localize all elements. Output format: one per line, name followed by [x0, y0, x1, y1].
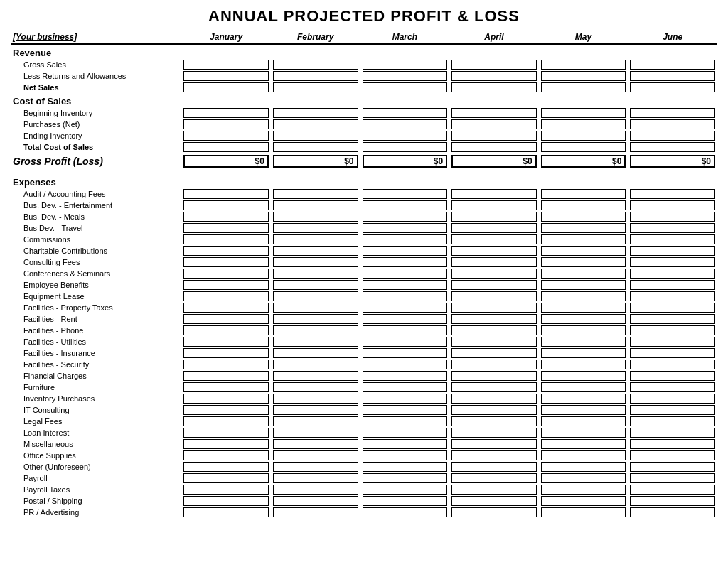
fac-ins-may[interactable]	[541, 348, 626, 358]
payroll-jan[interactable]	[183, 473, 269, 483]
furniture-jan[interactable]	[183, 382, 269, 392]
bus-ent-mar[interactable]	[363, 200, 448, 210]
total-cos-jun[interactable]	[630, 142, 715, 152]
conferences-apr[interactable]	[451, 269, 537, 279]
total-cos-may[interactable]	[541, 142, 626, 152]
commissions-jun[interactable]	[630, 234, 715, 244]
returns-may[interactable]	[541, 71, 626, 81]
loan-mar[interactable]	[363, 428, 448, 438]
net-sales-feb[interactable]	[273, 82, 358, 92]
financial-may[interactable]	[541, 371, 626, 381]
financial-mar[interactable]	[363, 371, 448, 381]
it-feb[interactable]	[273, 405, 358, 415]
equipment-may[interactable]	[541, 291, 626, 301]
beg-inv-jan[interactable]	[183, 108, 269, 118]
gross-sales-feb[interactable]	[273, 60, 358, 70]
legal-apr[interactable]	[451, 416, 537, 426]
inv-purch-feb[interactable]	[273, 394, 358, 404]
commissions-apr[interactable]	[451, 234, 537, 244]
returns-feb[interactable]	[273, 71, 358, 81]
postal-feb[interactable]	[273, 496, 358, 506]
gp-apr[interactable]: $0	[451, 155, 537, 168]
purchases-apr[interactable]	[451, 119, 537, 129]
fac-prop-mar[interactable]	[363, 303, 448, 313]
commissions-jan[interactable]	[183, 234, 269, 244]
beg-inv-mar[interactable]	[363, 108, 448, 118]
consulting-jun[interactable]	[630, 257, 715, 267]
consulting-feb[interactable]	[273, 257, 358, 267]
total-cos-mar[interactable]	[363, 142, 448, 152]
pr-jun[interactable]	[630, 507, 715, 517]
pr-mar[interactable]	[363, 507, 448, 517]
equipment-jan[interactable]	[183, 291, 269, 301]
emp-benefits-jan[interactable]	[183, 280, 269, 290]
office-jun[interactable]	[630, 450, 715, 460]
fac-util-feb[interactable]	[273, 337, 358, 347]
charitable-jun[interactable]	[630, 246, 715, 256]
bus-ent-apr[interactable]	[451, 200, 537, 210]
emp-benefits-may[interactable]	[541, 280, 626, 290]
fac-phone-jun[interactable]	[630, 325, 715, 335]
fac-util-jan[interactable]	[183, 337, 269, 347]
payroll-apr[interactable]	[451, 473, 537, 483]
purchases-feb[interactable]	[273, 119, 358, 129]
bus-meals-may[interactable]	[541, 212, 626, 222]
fac-rent-may[interactable]	[541, 314, 626, 324]
payroll-tax-feb[interactable]	[273, 485, 358, 495]
audit-jan[interactable]	[183, 189, 269, 199]
fac-ins-feb[interactable]	[273, 348, 358, 358]
legal-feb[interactable]	[273, 416, 358, 426]
legal-may[interactable]	[541, 416, 626, 426]
inv-purch-may[interactable]	[541, 394, 626, 404]
fac-ins-apr[interactable]	[451, 348, 537, 358]
misc-jan[interactable]	[183, 439, 269, 449]
conferences-may[interactable]	[541, 269, 626, 279]
office-feb[interactable]	[273, 450, 358, 460]
pr-feb[interactable]	[273, 507, 358, 517]
legal-jan[interactable]	[183, 416, 269, 426]
end-inv-may[interactable]	[541, 131, 626, 141]
bus-ent-jun[interactable]	[630, 200, 715, 210]
it-jun[interactable]	[630, 405, 715, 415]
financial-apr[interactable]	[451, 371, 537, 381]
gp-mar[interactable]: $0	[363, 155, 448, 168]
furniture-mar[interactable]	[363, 382, 448, 392]
fac-util-may[interactable]	[541, 337, 626, 347]
fac-util-apr[interactable]	[451, 337, 537, 347]
fac-sec-jan[interactable]	[183, 360, 269, 369]
conferences-jun[interactable]	[630, 269, 715, 279]
payroll-tax-jan[interactable]	[183, 485, 269, 495]
bus-travel-mar[interactable]	[363, 223, 448, 233]
office-jan[interactable]	[183, 450, 269, 460]
fac-prop-jun[interactable]	[630, 303, 715, 313]
audit-mar[interactable]	[363, 189, 448, 199]
net-sales-mar[interactable]	[363, 82, 448, 92]
fac-rent-jun[interactable]	[630, 314, 715, 324]
pr-may[interactable]	[541, 507, 626, 517]
pr-apr[interactable]	[451, 507, 537, 517]
legal-mar[interactable]	[363, 416, 448, 426]
purchases-may[interactable]	[541, 119, 626, 129]
charitable-may[interactable]	[541, 246, 626, 256]
consulting-mar[interactable]	[363, 257, 448, 267]
bus-meals-jan[interactable]	[183, 212, 269, 222]
payroll-jun[interactable]	[630, 473, 715, 483]
postal-apr[interactable]	[451, 496, 537, 506]
gp-may[interactable]: $0	[541, 155, 626, 168]
audit-apr[interactable]	[451, 189, 537, 199]
financial-jun[interactable]	[630, 371, 715, 381]
gross-sales-jun[interactable]	[630, 60, 715, 70]
postal-mar[interactable]	[363, 496, 448, 506]
bus-travel-may[interactable]	[541, 223, 626, 233]
postal-jun[interactable]	[630, 496, 715, 506]
fac-util-jun[interactable]	[630, 337, 715, 347]
misc-apr[interactable]	[451, 439, 537, 449]
financial-feb[interactable]	[273, 371, 358, 381]
fac-prop-apr[interactable]	[451, 303, 537, 313]
payroll-tax-apr[interactable]	[451, 485, 537, 495]
fac-util-mar[interactable]	[363, 337, 448, 347]
conferences-jan[interactable]	[183, 269, 269, 279]
equipment-mar[interactable]	[363, 291, 448, 301]
emp-benefits-feb[interactable]	[273, 280, 358, 290]
returns-apr[interactable]	[451, 71, 537, 81]
